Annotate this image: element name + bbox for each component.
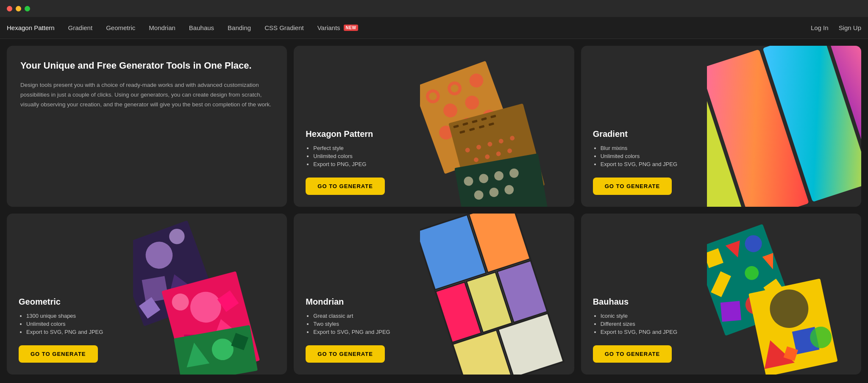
mondrian-card: Mondrian Great classic art Two styles Ex… (294, 214, 574, 375)
bauhaus-card: Bauhaus Iconic style Different sizes Exp… (581, 214, 861, 375)
feature-item: Unlimited colors (26, 321, 275, 327)
feature-item: Iconic style (601, 313, 849, 319)
hero-description: Design tools present you with a choice o… (20, 80, 273, 110)
nav-banding[interactable]: Banding (228, 24, 251, 31)
mondrian-features: Great classic art Two styles Export to S… (306, 313, 562, 335)
nav-css-gradient[interactable]: CSS Gradient (264, 24, 304, 31)
navbar: Hexagon Pattern Gradient Geometric Mondr… (0, 17, 868, 39)
mondrian-generate-button[interactable]: GO TO GENERATE (306, 345, 385, 363)
hero-card: Your Unique and Free Generator Tools in … (7, 46, 287, 207)
geometric-content: Geometric 1300 unique shapes Unlimited c… (7, 285, 287, 375)
feature-item: Great classic art (313, 313, 562, 319)
bauhaus-features: Iconic style Different sizes Export to S… (593, 313, 849, 335)
feature-item: Export to PNG, JPEG (313, 161, 562, 167)
main-content: Your Unique and Free Generator Tools in … (0, 39, 868, 381)
nav-variants[interactable]: Variants NEW (317, 24, 359, 31)
hexagon-pattern-generate-button[interactable]: GO TO GENERATE (306, 178, 385, 195)
hexagon-pattern-title: Hexagon Pattern (306, 129, 562, 139)
gradient-generate-button[interactable]: GO TO GENERATE (593, 178, 672, 195)
feature-item: Unlimited colors (601, 153, 849, 159)
nav-geometric[interactable]: Geometric (106, 24, 135, 31)
geometric-title: Geometric (19, 297, 275, 307)
feature-item: 1300 unique shapes (26, 313, 275, 319)
gradient-content: Gradient Blur mixins Unlimited colors Ex… (581, 117, 861, 207)
hexagon-pattern-card: Hexagon Pattern Perfect style Unlimited … (294, 46, 574, 207)
bauhaus-title: Bauhaus (593, 297, 849, 307)
mondrian-title: Mondrian (306, 297, 562, 307)
feature-item: Perfect style (313, 145, 562, 151)
feature-item: Export to SVG, PNG and JPEG (26, 329, 275, 335)
bauhaus-generate-button[interactable]: GO TO GENERATE (593, 345, 672, 363)
hero-title: Your Unique and Free Generator Tools in … (20, 59, 273, 72)
nav-auth: Log In Sign Up (811, 24, 861, 31)
nav-mondrian[interactable]: Mondrian (149, 24, 175, 31)
geometric-generate-button[interactable]: GO TO GENERATE (19, 345, 98, 363)
nav-gradient[interactable]: Gradient (68, 24, 93, 31)
traffic-lights (7, 6, 30, 11)
bauhaus-content: Bauhaus Iconic style Different sizes Exp… (581, 285, 861, 375)
login-link[interactable]: Log In (811, 24, 829, 31)
hexagon-pattern-content: Hexagon Pattern Perfect style Unlimited … (294, 117, 574, 207)
feature-item: Two styles (313, 321, 562, 327)
nav-bauhaus[interactable]: Bauhaus (189, 24, 214, 31)
geometric-card: Geometric 1300 unique shapes Unlimited c… (7, 214, 287, 375)
nav-hexagon-pattern[interactable]: Hexagon Pattern (7, 24, 55, 31)
minimize-button[interactable] (16, 6, 21, 11)
maximize-button[interactable] (25, 6, 30, 11)
gradient-title: Gradient (593, 129, 849, 139)
new-badge: NEW (344, 25, 359, 31)
mondrian-content: Mondrian Great classic art Two styles Ex… (294, 285, 574, 375)
titlebar (0, 0, 868, 17)
feature-item: Export to SVG, PNG and JPEG (601, 329, 849, 335)
gradient-card: Gradient Blur mixins Unlimited colors Ex… (581, 46, 861, 207)
signup-link[interactable]: Sign Up (839, 24, 861, 31)
nav-links: Hexagon Pattern Gradient Geometric Mondr… (7, 24, 358, 31)
hexagon-pattern-features: Perfect style Unlimited colors Export to… (306, 145, 562, 167)
feature-item: Blur mixins (601, 145, 849, 151)
geometric-features: 1300 unique shapes Unlimited colors Expo… (19, 313, 275, 335)
gradient-features: Blur mixins Unlimited colors Export to S… (593, 145, 849, 167)
close-button[interactable] (7, 6, 12, 11)
feature-item: Export to SVG, PNG and JPEG (601, 161, 849, 167)
feature-item: Export to SVG, PNG and JPEG (313, 329, 562, 335)
feature-item: Different sizes (601, 321, 849, 327)
feature-item: Unlimited colors (313, 153, 562, 159)
